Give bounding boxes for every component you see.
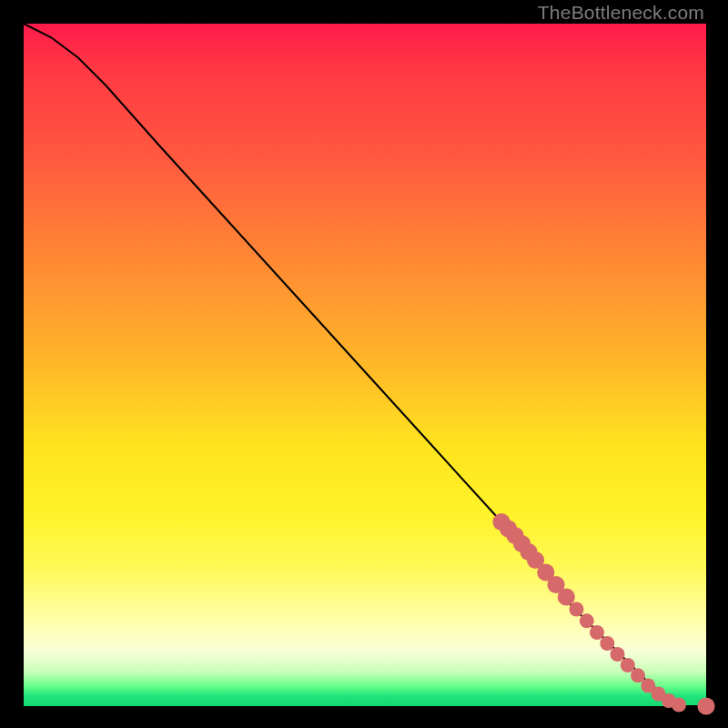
data-marker (600, 636, 614, 651)
watermark-text: TheBottleneck.com (538, 2, 704, 24)
marker-group (492, 513, 714, 715)
chart-stage: TheBottleneck.com (0, 0, 728, 728)
data-marker (570, 602, 584, 617)
data-marker (611, 647, 625, 662)
data-marker (590, 625, 604, 640)
curve-line (24, 24, 706, 706)
data-marker (672, 698, 686, 713)
plot-area (24, 24, 706, 706)
data-marker (580, 613, 594, 628)
chart-svg (24, 24, 706, 706)
data-marker (697, 697, 714, 714)
data-marker (558, 588, 575, 605)
